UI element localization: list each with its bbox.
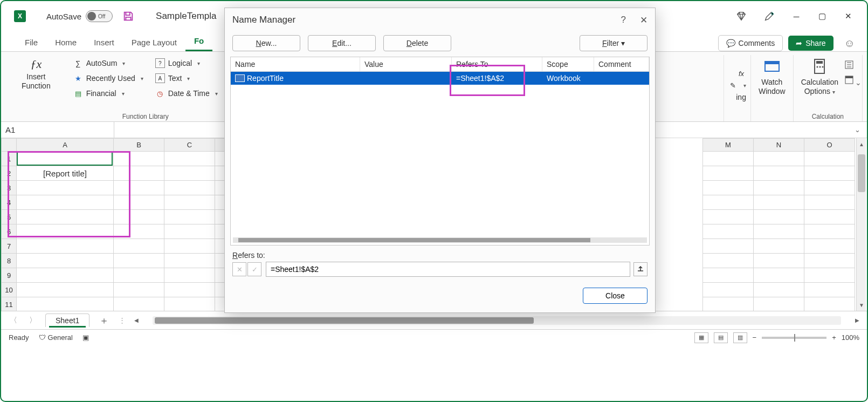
new-button[interactable]: New... [232,35,300,51]
refers-cancel-button[interactable]: ✕ [232,262,246,276]
dialog-help-button[interactable]: ? [621,15,626,25]
refers-to-label: Refers to: [232,251,647,260]
add-sheet-button[interactable]: ＋ [95,314,113,327]
view-page-layout-button[interactable]: ▤ [714,332,728,343]
name-list-row-selected[interactable]: ReportTitle =Sheet1!$A$2 Workbook [231,72,649,85]
minimize-button[interactable]: ─ [791,11,801,21]
row-header-2[interactable]: 2 [2,166,17,181]
save-icon[interactable] [122,10,134,22]
tab-file[interactable]: File [16,35,46,51]
partial-icon-fx[interactable]: fx [726,68,748,80]
recently-used-button[interactable]: ★Recently Used [71,72,146,84]
status-ready: Ready [9,333,29,342]
edit-button[interactable]: Edit... [308,35,376,51]
delete-button[interactable]: Delete [383,35,451,51]
horizontal-scroll-thumb[interactable] [155,317,533,324]
select-all-corner[interactable] [2,139,17,152]
zoom-out-button[interactable]: − [753,333,757,342]
pen-sparkle-icon[interactable] [763,10,775,22]
row-header-9[interactable]: 9 [2,268,17,283]
row-header-5[interactable]: 5 [2,210,17,224]
partial-icon-pen[interactable]: ✎ [726,80,748,92]
row-header-4[interactable]: 4 [2,195,17,210]
filter-button[interactable]: Filter ▾ [580,35,647,51]
formula-bar-expand-icon[interactable]: ⌄ [848,122,867,138]
spreadsheet-grid-left[interactable]: A B C 1 2[Report title] 3 4 5 6 7 8 9 10… [1,138,226,311]
hscroll-right-icon[interactable]: ▶ [853,317,862,323]
share-button[interactable]: ➦ Share [788,36,833,51]
col-header-O[interactable]: O [804,139,855,152]
sheet-nav-prev-icon[interactable]: 〈 [6,316,20,325]
diamond-icon[interactable] [735,10,747,22]
comments-button[interactable]: 💬 Comments [718,35,783,51]
header-comment[interactable]: Comment [594,57,649,71]
accessibility-icon[interactable]: ▣ [82,333,89,342]
calculation-options-button[interactable]: Calculation Options [801,57,838,96]
calc-now-icon[interactable] [844,59,855,70]
col-header-C[interactable]: C [164,139,215,152]
cell-A2[interactable]: [Report title] [17,166,114,181]
maximize-button[interactable]: ▢ [817,11,827,21]
privacy-icon: 🛡 [39,333,46,342]
header-value[interactable]: Value [360,57,452,71]
header-name[interactable]: Name [231,57,360,71]
zoom-in-button[interactable]: + [832,333,836,342]
calc-sheet-icon[interactable] [844,74,855,85]
status-bar: Ready 🛡General ▣ ▦ ▤ ▥ − + 100% [1,329,867,345]
view-page-break-button[interactable]: ▥ [733,332,747,343]
row-header-11[interactable]: 11 [2,297,17,311]
tab-formulas[interactable]: Fo [185,33,212,51]
row-header-7[interactable]: 7 [2,239,17,254]
close-window-button[interactable]: ✕ [843,11,853,21]
zoom-percentage[interactable]: 100% [842,333,859,342]
autosum-button[interactable]: ∑AutoSum [71,57,146,69]
refers-collapse-button[interactable] [633,262,647,276]
tab-home[interactable]: Home [46,35,85,51]
svg-point-6 [822,66,824,68]
date-time-button[interactable]: ◷Date & Time [153,87,220,99]
sheet-nav-next-icon[interactable]: 〉 [26,316,40,325]
financial-button[interactable]: ▤Financial [71,87,146,99]
name-box[interactable]: A1 [1,122,114,138]
row-header-1[interactable]: 1 [2,152,17,166]
star-icon: ★ [73,73,83,83]
sheet-tab-sheet1[interactable]: Sheet1 [45,314,89,327]
ribbon-collapse-chevron-icon[interactable]: ⌄ [855,78,862,87]
text-button[interactable]: AText [153,72,220,84]
scroll-up-icon[interactable]: ▲ [857,139,866,149]
vertical-scrollbar[interactable]: ▲ ▼ [856,138,866,311]
autosave-toggle[interactable]: Off [86,10,113,22]
spreadsheet-grid-right[interactable]: M N O [702,138,855,311]
scroll-down-icon[interactable]: ▼ [857,300,866,310]
name-list-hscroll[interactable] [233,237,647,243]
header-refers-to[interactable]: Refers To [452,57,542,71]
zoom-slider[interactable] [762,337,826,339]
insert-function-button[interactable]: ƒx Insert Function [16,55,56,100]
refers-commit-button[interactable]: ✓ [247,262,261,276]
col-header-B[interactable]: B [114,139,164,152]
header-scope[interactable]: Scope [542,57,594,71]
logical-button[interactable]: ?Logical [153,57,220,69]
row-header-10[interactable]: 10 [2,283,17,297]
share-label: Share [805,39,825,47]
row-header-6[interactable]: 6 [2,224,17,239]
watch-window-button[interactable]: Watch Window [751,55,794,121]
col-header-N[interactable]: N [754,139,804,152]
row-header-3[interactable]: 3 [2,181,17,195]
tab-page-layout[interactable]: Page Layout [123,35,185,51]
dialog-close-x-button[interactable]: ✕ [640,15,647,26]
hscroll-left-icon[interactable]: ◀ [132,317,141,323]
feedback-smiley-icon[interactable]: ☺ [844,37,855,50]
vertical-scroll-thumb[interactable] [858,154,865,192]
refers-to-input[interactable] [266,262,630,277]
pen-small-icon: ✎ [728,81,738,91]
tab-insert[interactable]: Insert [85,35,123,51]
svg-point-4 [817,66,818,68]
view-normal-button[interactable]: ▦ [694,332,708,343]
close-button[interactable]: Close [583,288,647,304]
horizontal-scrollbar[interactable] [153,316,841,325]
col-header-A[interactable]: A [17,139,114,152]
row-header-8[interactable]: 8 [2,254,17,268]
col-header-M[interactable]: M [703,139,754,152]
svg-point-5 [819,66,821,68]
